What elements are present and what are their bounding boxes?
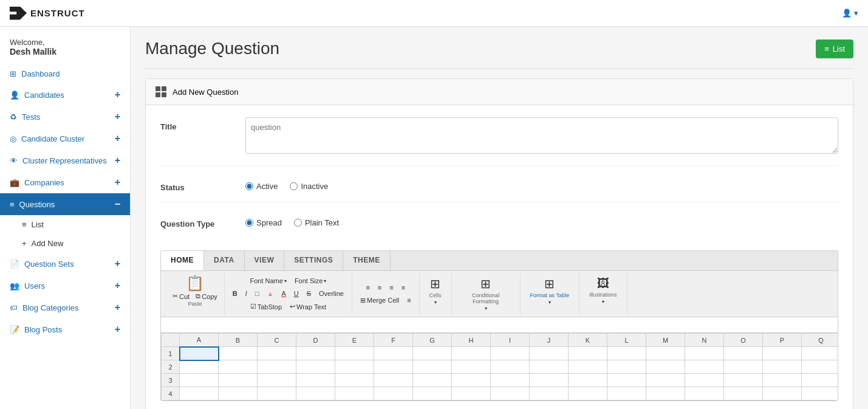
cell-l1[interactable]	[607, 347, 646, 360]
tabstop-check[interactable]: ☑ TabStop	[247, 301, 285, 312]
format-as-table-button[interactable]: ⊞ Format as Table ▾	[527, 275, 573, 306]
cell-e2[interactable]	[335, 360, 374, 374]
cell-c2[interactable]	[258, 360, 296, 374]
cell-d1[interactable]	[296, 347, 335, 360]
tab-settings[interactable]: SETTINGS	[284, 251, 343, 270]
status-active-radio[interactable]	[245, 182, 253, 190]
cell-h4[interactable]	[452, 387, 491, 400]
col-header-j[interactable]: J	[530, 334, 569, 347]
cell-b2[interactable]	[219, 360, 258, 374]
cell-q3[interactable]	[802, 374, 838, 387]
fill-button[interactable]: ▲	[264, 288, 276, 299]
cell-p3[interactable]	[763, 374, 802, 387]
col-header-o[interactable]: O	[724, 334, 763, 347]
cut-button[interactable]: ✂ Cut	[171, 292, 191, 301]
overline-button[interactable]: Overline	[316, 288, 347, 299]
border-button[interactable]: □	[252, 288, 262, 299]
font-name-button[interactable]: Font Name ▾	[247, 275, 289, 286]
cell-i3[interactable]	[491, 374, 530, 387]
cell-c4[interactable]	[258, 387, 296, 400]
spread-radio[interactable]	[245, 219, 253, 227]
cell-d2[interactable]	[296, 360, 335, 374]
illustrations-button[interactable]: 🖼 Illustrations ▾	[586, 275, 621, 306]
col-header-a[interactable]: A	[180, 334, 219, 347]
cell-b3[interactable]	[219, 374, 258, 387]
sidebar-item-blog-categories[interactable]: 🏷 Blog Categories +	[0, 297, 130, 318]
align-rows-button[interactable]: ≡	[404, 295, 414, 306]
sidebar-item-users[interactable]: 👥 Users +	[0, 275, 130, 297]
col-header-i[interactable]: I	[491, 334, 530, 347]
cell-g4[interactable]	[413, 387, 452, 400]
underline-button[interactable]: U	[291, 288, 302, 299]
title-input[interactable]	[245, 117, 838, 154]
col-header-d[interactable]: D	[296, 334, 335, 347]
col-header-l[interactable]: L	[607, 334, 646, 347]
cell-a4[interactable]	[180, 387, 219, 400]
cell-l2[interactable]	[607, 360, 646, 374]
sidebar-item-question-sets[interactable]: 📄 Question Sets +	[0, 253, 130, 275]
cell-g1[interactable]	[413, 347, 452, 360]
cell-o4[interactable]	[724, 387, 763, 400]
cell-f3[interactable]	[374, 374, 413, 387]
cell-m1[interactable]	[646, 347, 685, 360]
cells-button[interactable]: ⊞ Cells ▾	[426, 275, 445, 306]
cell-h2[interactable]	[452, 360, 491, 374]
col-header-m[interactable]: M	[646, 334, 685, 347]
col-header-k[interactable]: K	[569, 334, 607, 347]
col-header-e[interactable]: E	[335, 334, 374, 347]
align-justify-button[interactable]: ≡	[398, 282, 408, 293]
sidebar-item-tests[interactable]: ♻ Tests +	[0, 106, 130, 128]
cell-l3[interactable]	[607, 374, 646, 387]
cell-d3[interactable]	[296, 374, 335, 387]
conditional-formatting-button[interactable]: ⊞ Conditional Formatting ▾	[458, 275, 514, 312]
font-size-button[interactable]: Font Size ▾	[292, 275, 329, 286]
sidebar-item-companies[interactable]: 💼 Companies +	[0, 171, 130, 193]
tab-view[interactable]: VIEW	[245, 251, 285, 270]
col-header-h[interactable]: H	[452, 334, 491, 347]
cell-e1[interactable]	[335, 347, 374, 360]
cell-m3[interactable]	[646, 374, 685, 387]
sidebar-item-dashboard[interactable]: Dashboard	[0, 64, 130, 84]
list-button[interactable]: ≡ List	[816, 40, 853, 58]
cell-a1[interactable]	[180, 347, 219, 360]
cell-b1[interactable]	[219, 347, 258, 360]
strike-button[interactable]: S	[304, 288, 314, 299]
cell-f2[interactable]	[374, 360, 413, 374]
formula-bar[interactable]	[161, 317, 838, 333]
sidebar-item-candidates[interactable]: 👤 Candidates +	[0, 84, 130, 106]
sidebar-item-blog-posts[interactable]: 📝 Blog Posts +	[0, 318, 130, 340]
sidebar-item-candidate-cluster[interactable]: ◎ Candidate Cluster +	[0, 128, 130, 150]
spread-option[interactable]: Spread	[245, 218, 282, 227]
cell-a3[interactable]	[180, 374, 219, 387]
cell-f4[interactable]	[374, 387, 413, 400]
bold-button[interactable]: B	[230, 288, 241, 299]
cell-q1[interactable]	[802, 347, 838, 360]
cell-k1[interactable]	[569, 347, 607, 360]
cell-k2[interactable]	[569, 360, 607, 374]
cell-n2[interactable]	[685, 360, 724, 374]
cell-e4[interactable]	[335, 387, 374, 400]
tab-home[interactable]: HOME	[161, 251, 204, 270]
cell-m2[interactable]	[646, 360, 685, 374]
cell-j4[interactable]	[530, 387, 569, 400]
cell-j3[interactable]	[530, 374, 569, 387]
cell-i1[interactable]	[491, 347, 530, 360]
align-left-button[interactable]: ≡	[363, 282, 372, 293]
cell-i4[interactable]	[491, 387, 530, 400]
col-header-b[interactable]: B	[219, 334, 258, 347]
status-active-option[interactable]: Active	[245, 182, 278, 191]
cell-h3[interactable]	[452, 374, 491, 387]
wrap-text-button[interactable]: ↩ Wrap Text	[287, 301, 329, 312]
col-header-g[interactable]: G	[413, 334, 452, 347]
cell-o2[interactable]	[724, 360, 763, 374]
tab-theme[interactable]: THEME	[343, 251, 391, 270]
cell-q4[interactable]	[802, 387, 838, 400]
cell-k3[interactable]	[569, 374, 607, 387]
nav-user[interactable]: 👤 ▾	[842, 9, 858, 18]
sidebar-subitem-add-new[interactable]: + Add New	[0, 234, 130, 253]
cell-p2[interactable]	[763, 360, 802, 374]
font-color-button[interactable]: A	[278, 288, 289, 299]
tab-data[interactable]: DATA	[204, 251, 245, 270]
cell-c1[interactable]	[258, 347, 296, 360]
sidebar-subitem-list[interactable]: ≡ List	[0, 215, 130, 234]
